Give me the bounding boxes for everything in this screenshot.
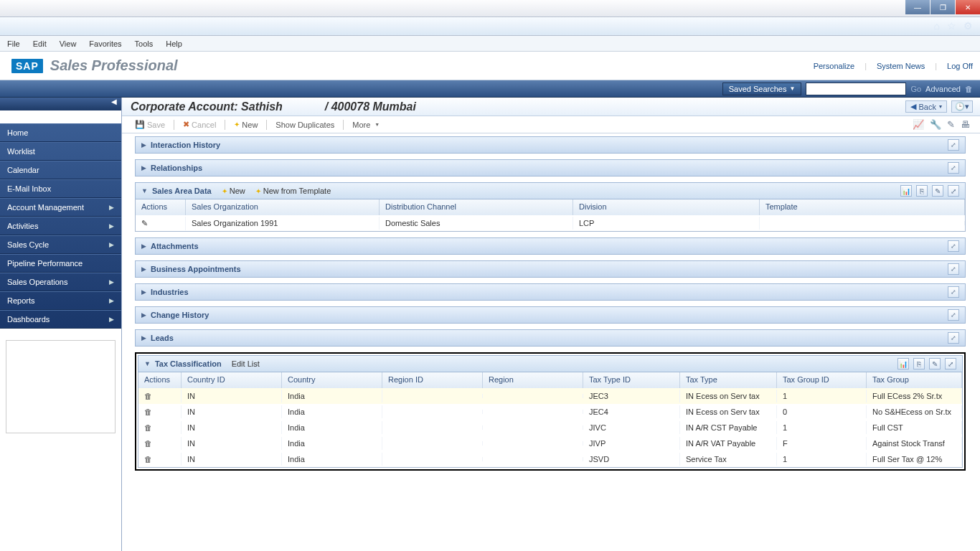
- sidebar-item-account-management[interactable]: Account Management▶: [0, 198, 121, 217]
- menu-tools[interactable]: Tools: [135, 39, 154, 48]
- sidebar-item-reports[interactable]: Reports▶: [0, 291, 121, 310]
- collapse-icon[interactable]: ▼: [141, 187, 148, 194]
- chart-icon[interactable]: 📊: [900, 185, 912, 197]
- cell-tax-type-id: JEC4: [583, 405, 680, 418]
- expand-icon[interactable]: ▶: [141, 164, 146, 171]
- collapse-icon[interactable]: ⤢: [948, 286, 959, 298]
- sidebar-item-sales-cycle[interactable]: Sales Cycle▶: [0, 235, 121, 254]
- menu-favorites[interactable]: Favorites: [89, 39, 121, 48]
- advanced-search-link[interactable]: Advanced: [925, 85, 961, 93]
- table-row[interactable]: 🗑INIndiaJSVDService Tax1Full Ser Tax @ 1…: [138, 451, 962, 467]
- sidebar-collapse-button[interactable]: ◀: [0, 98, 121, 110]
- chart-icon[interactable]: 📊: [897, 358, 909, 369]
- expand-icon[interactable]: ▶: [141, 242, 146, 250]
- collapse-icon[interactable]: ⤢: [948, 332, 959, 344]
- system-news-link[interactable]: System News: [877, 62, 925, 70]
- log-off-link[interactable]: Log Off: [947, 62, 973, 70]
- back-button[interactable]: ◀ Back ▾: [905, 100, 947, 113]
- table-row[interactable]: 🗑INIndiaJEC4IN Ecess on Serv tax0No S&HE…: [138, 404, 962, 420]
- cancel-button[interactable]: ✖Cancel: [179, 120, 220, 129]
- saved-searches-dropdown[interactable]: Saved Searches ▼: [722, 83, 802, 95]
- sidebar-item-dashboards[interactable]: Dashboards▶: [0, 310, 121, 329]
- save-button[interactable]: 💾Save: [131, 120, 169, 129]
- sidebar-item-activities[interactable]: Activities▶: [0, 217, 121, 235]
- wrench-icon[interactable]: 🔧: [930, 119, 941, 130]
- expand-icon[interactable]: ▶: [141, 288, 146, 296]
- menu-help[interactable]: Help: [166, 39, 182, 48]
- product-title: Sales Professional: [50, 57, 178, 74]
- menu-file[interactable]: File: [7, 39, 20, 48]
- sidebar-item-e-mail-inbox[interactable]: E-Mail Inbox: [0, 179, 121, 198]
- collapse-icon[interactable]: ⤢: [948, 240, 959, 252]
- table-row[interactable]: 🗑INIndiaJIVPIN A/R VAT PayableFAgainst S…: [138, 435, 962, 451]
- delete-icon[interactable]: 🗑: [144, 408, 152, 416]
- cell-tax-group-id: F: [777, 437, 867, 450]
- expand-icon[interactable]: ⤢: [948, 185, 959, 197]
- edit-icon[interactable]: ✎: [141, 219, 148, 227]
- export-icon[interactable]: ⎘: [913, 358, 925, 369]
- pencil-icon[interactable]: ✎: [947, 119, 955, 130]
- new-sales-area-button[interactable]: ✦New: [222, 187, 245, 195]
- print-icon[interactable]: 🖶: [961, 119, 970, 130]
- delete-icon[interactable]: 🗑: [965, 85, 973, 93]
- panel-business-appointments: ▶ Business Appointments ⤢: [135, 260, 966, 278]
- sidebar-item-worklist[interactable]: Worklist: [0, 142, 121, 161]
- collapse-icon[interactable]: ⤢: [948, 263, 959, 275]
- sidebar-item-calendar[interactable]: Calendar: [0, 161, 121, 179]
- gear-icon[interactable]: ⚙: [963, 20, 973, 32]
- panel-leads: ▶ Leads ⤢: [135, 329, 966, 347]
- expand-icon[interactable]: ▶: [141, 311, 146, 319]
- window-close-button[interactable]: ✕: [956, 0, 980, 14]
- back-label: Back: [919, 103, 936, 111]
- delete-icon[interactable]: 🗑: [144, 423, 152, 432]
- tax-classification-grid: Actions Country ID Country Region ID Reg…: [138, 372, 963, 468]
- history-button[interactable]: 🕒▾: [951, 100, 973, 113]
- new-label: New: [230, 187, 245, 195]
- sidebar-item-label: E-Mail Inbox: [7, 184, 51, 193]
- collapse-icon[interactable]: ⤢: [948, 139, 959, 151]
- panels-scroll[interactable]: ▶ Interaction History ⤢ ▶ Relationships …: [122, 133, 980, 551]
- expand-icon[interactable]: ▶: [141, 141, 146, 149]
- menu-view[interactable]: View: [60, 39, 77, 48]
- sidebar-item-label: Account Management: [7, 203, 84, 212]
- edit-list-button[interactable]: Edit List: [232, 359, 260, 368]
- expand-icon[interactable]: ▶: [141, 265, 146, 273]
- window-chrome: — ❐ ✕: [0, 0, 980, 17]
- more-dropdown[interactable]: More: [348, 121, 384, 129]
- sidebar-item-pipeline-performance[interactable]: Pipeline Performance: [0, 254, 121, 273]
- cell-region: [483, 410, 583, 414]
- new-button[interactable]: ✦New: [230, 121, 262, 129]
- delete-icon[interactable]: 🗑: [144, 439, 152, 448]
- collapse-icon[interactable]: ⤢: [948, 309, 959, 321]
- expand-icon[interactable]: ▶: [141, 334, 146, 342]
- new-from-template-label: New from Template: [263, 187, 331, 195]
- chevron-right-icon: ▶: [109, 278, 114, 286]
- menu-edit[interactable]: Edit: [33, 39, 47, 48]
- personalize-link[interactable]: Personalize: [814, 62, 854, 70]
- go-button[interactable]: Go: [910, 85, 921, 93]
- window-minimize-button[interactable]: —: [905, 0, 930, 14]
- home-icon[interactable]: ⌂: [934, 20, 940, 32]
- table-row[interactable]: 🗑INIndiaJEC3IN Ecess on Serv tax1Full EC…: [138, 388, 962, 404]
- table-row[interactable]: ✎Sales Organization 1991Domestic SalesLC…: [136, 215, 965, 231]
- star-icon[interactable]: ☆: [947, 20, 956, 32]
- pencil-icon[interactable]: ✎: [932, 185, 943, 197]
- sidebar-item-sales-operations[interactable]: Sales Operations▶: [0, 273, 121, 291]
- collapse-icon[interactable]: ⤢: [948, 162, 959, 174]
- expand-icon[interactable]: ⤢: [945, 358, 956, 369]
- collapse-icon[interactable]: ▼: [144, 360, 151, 367]
- show-duplicates-button[interactable]: Show Duplicates: [271, 121, 339, 129]
- sidebar-item-label: Sales Operations: [7, 278, 67, 286]
- delete-icon[interactable]: 🗑: [144, 455, 152, 463]
- pencil-icon[interactable]: ✎: [929, 358, 941, 369]
- customize-icon[interactable]: 📈: [913, 119, 924, 130]
- table-row[interactable]: 🗑INIndiaJIVCIN A/R CST Payable1Full CST: [138, 420, 962, 435]
- window-maximize-button[interactable]: ❐: [930, 0, 955, 14]
- delete-icon[interactable]: 🗑: [144, 392, 152, 400]
- new-from-template-button[interactable]: ✦New from Template: [255, 187, 331, 195]
- panel-tax-classification: ▼ Tax Classification Edit List 📊 ⎘ ✎ ⤢ A…: [138, 355, 963, 468]
- panel-title: Attachments: [151, 242, 199, 250]
- sidebar-item-home[interactable]: Home: [0, 123, 121, 142]
- search-input[interactable]: [806, 83, 906, 95]
- export-icon[interactable]: ⎘: [916, 185, 928, 197]
